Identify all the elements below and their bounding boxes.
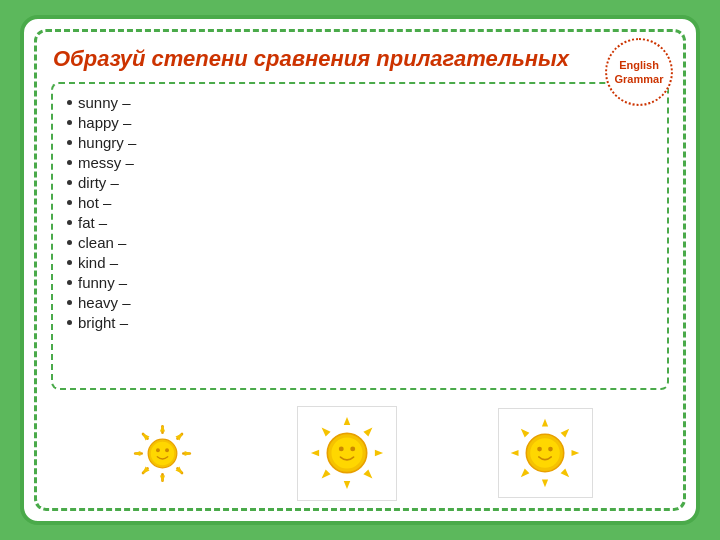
- bullet-icon: [67, 200, 72, 205]
- svg-point-43: [548, 447, 553, 452]
- svg-marker-35: [572, 450, 580, 456]
- bullet-icon: [67, 100, 72, 105]
- badge-line2: Grammar: [615, 72, 664, 86]
- list-item: bright –: [67, 314, 653, 331]
- bullet-icon: [67, 260, 72, 265]
- svg-point-31: [351, 446, 356, 451]
- bullet-icon: [67, 140, 72, 145]
- svg-marker-32: [542, 419, 548, 427]
- inner-card: Образуй степени сравнения прилагательных…: [34, 29, 686, 511]
- bullet-icon: [67, 160, 72, 165]
- word-text: dirty –: [78, 174, 119, 191]
- svg-marker-21: [344, 481, 351, 489]
- svg-marker-26: [364, 428, 373, 437]
- svg-marker-10: [134, 450, 141, 455]
- bullet-icon: [67, 280, 72, 285]
- list-item: hungry –: [67, 134, 653, 151]
- svg-marker-36: [521, 429, 530, 438]
- list-item: messy –: [67, 154, 653, 171]
- title-bar: Образуй степени сравнения прилагательных…: [37, 32, 683, 82]
- bullet-icon: [67, 320, 72, 325]
- word-text: fat –: [78, 214, 107, 231]
- svg-marker-11: [184, 450, 191, 455]
- svg-point-29: [332, 437, 363, 468]
- list-item: dirty –: [67, 174, 653, 191]
- svg-point-18: [156, 448, 160, 452]
- list-item: kind –: [67, 254, 653, 271]
- svg-marker-24: [322, 428, 331, 437]
- list-item: fat –: [67, 214, 653, 231]
- svg-marker-33: [542, 480, 548, 488]
- suns-area: [37, 398, 683, 508]
- svg-marker-38: [561, 429, 570, 438]
- page-title: Образуй степени сравнения прилагательных: [53, 46, 569, 72]
- sun-1: [127, 418, 197, 488]
- bullet-icon: [67, 180, 72, 185]
- word-text: hot –: [78, 194, 111, 211]
- outer-card: Образуй степени сравнения прилагательных…: [20, 15, 700, 525]
- badge-line1: English: [619, 58, 659, 72]
- svg-marker-23: [375, 450, 383, 457]
- grammar-badge: English Grammar: [605, 38, 673, 106]
- bullet-icon: [67, 240, 72, 245]
- sun-icon-1: [130, 421, 195, 486]
- word-text: bright –: [78, 314, 128, 331]
- list-item: clean –: [67, 234, 653, 251]
- word-text: kind –: [78, 254, 118, 271]
- content-box: sunny –happy –hungry –messy –dirty –hot …: [51, 82, 669, 390]
- list-item: hot –: [67, 194, 653, 211]
- svg-marker-34: [511, 450, 519, 456]
- svg-marker-37: [561, 469, 570, 478]
- sun-icon-2: [306, 412, 388, 494]
- list-item: funny –: [67, 274, 653, 291]
- list-item: heavy –: [67, 294, 653, 311]
- svg-marker-20: [344, 417, 351, 425]
- list-item: happy –: [67, 114, 653, 131]
- word-text: clean –: [78, 234, 126, 251]
- word-text: hungry –: [78, 134, 136, 151]
- word-text: messy –: [78, 154, 134, 171]
- svg-point-30: [339, 446, 344, 451]
- bullet-icon: [67, 220, 72, 225]
- word-text: sunny –: [78, 94, 131, 111]
- sun-3-bg: [498, 408, 593, 498]
- word-text: heavy –: [78, 294, 131, 311]
- word-text: happy –: [78, 114, 131, 131]
- svg-marker-8: [160, 424, 165, 431]
- svg-marker-27: [322, 469, 331, 478]
- word-list: sunny –happy –hungry –messy –dirty –hot …: [67, 94, 653, 331]
- word-text: funny –: [78, 274, 127, 291]
- svg-point-42: [538, 447, 543, 452]
- sun-icon-3: [506, 414, 584, 492]
- bullet-icon: [67, 120, 72, 125]
- svg-marker-25: [364, 469, 373, 478]
- svg-marker-22: [311, 450, 319, 457]
- svg-marker-39: [521, 469, 530, 478]
- sun-2-bg: [297, 406, 397, 501]
- svg-marker-9: [160, 475, 165, 482]
- list-item: sunny –: [67, 94, 653, 111]
- svg-point-19: [165, 448, 169, 452]
- svg-point-41: [530, 438, 560, 468]
- bullet-icon: [67, 300, 72, 305]
- svg-point-17: [150, 441, 173, 464]
